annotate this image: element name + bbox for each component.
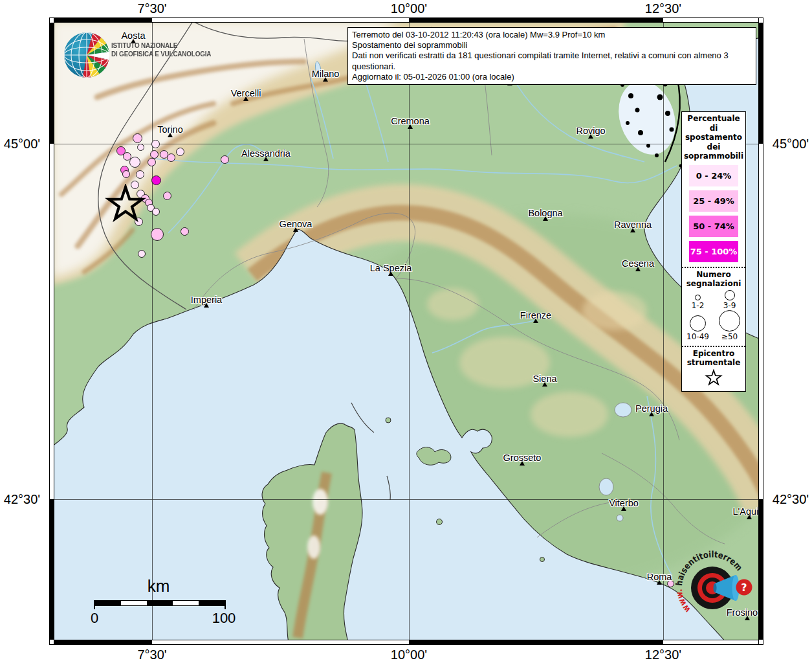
city-label: L'Aquila — [732, 506, 758, 517]
report-point — [181, 227, 189, 236]
haisentitoilterremoto-logo: ? www. haisentitoilterremoto .it — [651, 539, 758, 640]
report-point — [122, 170, 130, 178]
haisentitoilterremoto-map-figure: AostaMilanoVercelliTorinoCremonaVeronaVe… — [0, 0, 812, 663]
axis-label-right: 45°00' — [770, 137, 811, 152]
legend-count-1-2: 1-2 — [682, 290, 714, 310]
scale-bar-start: 0 — [91, 610, 98, 627]
epicenter-star-icon — [105, 184, 146, 225]
legend-divider — [682, 267, 745, 268]
event-info-box: Terremoto del 03-10-2012 11:20:43 (ora l… — [347, 27, 756, 85]
wm-www: www. — [674, 589, 692, 615]
legend-swatch-50-74: 50 - 74% — [689, 216, 738, 237]
count-label: ≥50 — [721, 332, 738, 341]
report-point — [133, 133, 142, 143]
report-point — [151, 228, 164, 241]
info-line-metric: Spostamento dei soprammobili — [352, 40, 752, 51]
city-marker-icon — [621, 506, 626, 511]
city-marker-icon — [243, 96, 248, 101]
legend-divider — [682, 346, 745, 347]
info-line-event: Terremoto del 03-10-2012 11:20:43 (ora l… — [352, 30, 752, 40]
legend-count-10-49: 10-49 — [682, 310, 714, 341]
frame-bottom — [49, 640, 763, 645]
axis-label-right: 42°30' — [770, 492, 811, 507]
city-marker-icon — [747, 515, 752, 519]
count-circle-icon — [725, 290, 735, 300]
count-label: 1-2 — [692, 301, 705, 310]
scale-bar-unit: km — [148, 576, 170, 596]
report-point — [137, 144, 144, 151]
frame-right — [758, 17, 763, 645]
legend-count-3-9: 3-9 — [714, 290, 745, 310]
report-point — [138, 250, 146, 258]
legend-count-title: Numero segnalazioni — [682, 270, 745, 289]
frame-top — [49, 17, 763, 23]
axis-label-left: 42°30' — [1, 492, 43, 507]
question-badge: ? — [736, 579, 752, 596]
info-line-updated: Aggiornato il: 05-01-2026 01:00 (ora loc… — [352, 72, 752, 82]
axis-label-top: 12°30' — [634, 1, 692, 16]
scale-bar-segments — [94, 600, 225, 606]
report-point — [221, 155, 229, 164]
legend-swatch-label: 50 - 74% — [693, 221, 734, 231]
info-line-disclaimer: Dati non verificati estratti da 181 ques… — [352, 51, 752, 71]
epicenter-star-legend-icon — [705, 369, 723, 387]
axis-label-left: 45°00' — [1, 137, 43, 152]
city-marker-icon — [649, 412, 654, 416]
map-area: AostaMilanoVercelliTorinoCremonaVeronaVe… — [54, 23, 758, 640]
axis-label-bottom: 7°30' — [123, 647, 181, 662]
report-point — [167, 153, 175, 162]
report-point — [150, 150, 159, 159]
frame-left — [49, 17, 54, 645]
report-point — [151, 140, 160, 148]
axis-label-bottom: 12°30' — [634, 647, 692, 662]
svg-text:?: ? — [741, 581, 747, 594]
axis-label-bottom: 10°00' — [380, 647, 438, 662]
scale-bar-tick — [94, 600, 95, 609]
city-marker-icon — [323, 77, 328, 82]
city-marker-icon — [168, 133, 173, 137]
legend-swatch-label: 75 - 100% — [690, 247, 738, 256]
report-point — [163, 192, 171, 200]
city-marker-icon — [635, 267, 641, 271]
ingv-line1: ISTITUTO NAZIONALE — [111, 41, 211, 50]
legend-epicenter-title: Epicentro strumentale — [682, 349, 745, 368]
report-point — [176, 148, 184, 156]
report-point — [136, 170, 144, 179]
ingv-globe-icon — [61, 28, 113, 80]
count-label: 10-49 — [686, 332, 709, 341]
city-marker-icon — [533, 319, 538, 323]
report-point — [129, 157, 140, 168]
city-marker-icon — [293, 227, 298, 232]
legend: Percentuale di spostamento dei soprammob… — [681, 111, 746, 392]
city-marker-icon — [204, 303, 209, 308]
city-marker-icon — [588, 134, 593, 139]
city-marker-icon — [630, 228, 635, 232]
legend-count-grid: 1-2 3-9 10-49 ≥50 — [682, 290, 745, 341]
legend-swatch-label: 0 - 24% — [696, 171, 732, 181]
count-circle-icon — [695, 295, 701, 300]
count-circle-icon — [719, 310, 740, 332]
legend-swatch-label: 25 - 49% — [693, 196, 734, 206]
legend-percent-title: Percentuale di spostamento dei soprammob… — [682, 114, 745, 161]
ingv-logo-text: ISTITUTO NAZIONALE DI GEOFISICA E VULCAN… — [111, 41, 211, 58]
report-point — [148, 158, 156, 166]
legend-swatch-25-49: 25 - 49% — [689, 190, 738, 212]
city-marker-icon — [543, 216, 548, 221]
legend-swatch-0-24: 0 - 24% — [689, 165, 738, 186]
city-marker-icon — [388, 271, 393, 276]
count-circle-icon — [690, 315, 706, 332]
axis-label-top: 7°30' — [123, 1, 181, 16]
legend-count-50plus: ≥50 — [714, 310, 745, 341]
city-marker-icon — [542, 382, 547, 387]
count-label: 3-9 — [723, 301, 736, 310]
report-point — [151, 175, 161, 185]
axis-label-top: 10°00' — [380, 1, 438, 16]
city-marker-icon — [408, 124, 413, 129]
scale-bar-tick — [225, 600, 226, 609]
legend-swatch-75-100: 75 - 100% — [689, 241, 738, 262]
scale-bar-end: 100 — [212, 610, 236, 627]
ingv-line2: DI GEOFISICA E VULCANOLOGIA — [111, 50, 211, 58]
city-marker-icon — [263, 157, 269, 161]
report-point — [152, 208, 160, 216]
city-marker-icon — [520, 461, 525, 466]
